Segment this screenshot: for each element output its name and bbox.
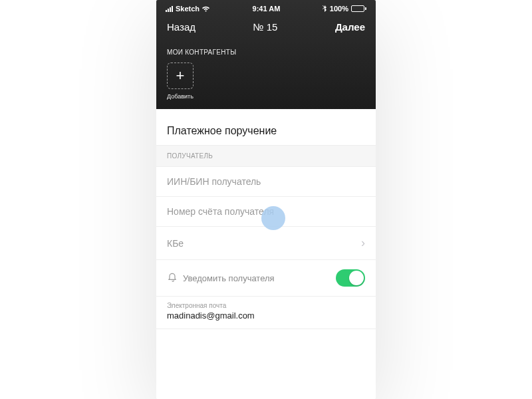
account-placeholder: Номер счёта получателя [167, 206, 274, 217]
status-bar: Sketch 9:41 AM 100% [156, 0, 376, 15]
email-value: madinadis@gmail.com [167, 311, 365, 321]
wifi-icon [202, 5, 211, 12]
email-label: Электронная почта [167, 302, 365, 309]
battery-pct: 100% [330, 5, 348, 13]
battery-icon [351, 5, 366, 12]
phone-screen: Sketch 9:41 AM 100% Назад № 15 [156, 0, 376, 399]
kbe-label: КБе [167, 238, 184, 249]
iin-bin-placeholder: ИИН/БИН получатель [167, 176, 261, 187]
form-title: Платежное поручение [156, 117, 376, 146]
bluetooth-icon [322, 4, 327, 13]
dark-header: Sketch 9:41 AM 100% Назад № 15 [156, 0, 376, 109]
add-contact-button[interactable]: + Добавить [167, 63, 194, 100]
add-label: Добавить [167, 93, 194, 100]
recipient-group-label: ПОЛУЧАТЕЛЬ [156, 146, 376, 167]
bell-icon [167, 273, 178, 283]
signal-icon [166, 6, 173, 12]
plus-icon: + [176, 67, 185, 84]
carrier-label: Sketch [176, 5, 200, 13]
chevron-right-icon: › [361, 236, 365, 250]
nav-bar: Назад № 15 Далее [156, 15, 376, 37]
account-field[interactable]: Номер счёта получателя [156, 197, 376, 227]
notify-row: Уведомить получателя [156, 260, 376, 297]
email-field[interactable]: Электронная почта madinadis@gmail.com [156, 297, 376, 329]
iin-bin-field[interactable]: ИИН/БИН получатель [156, 167, 376, 197]
contacts-section-label: МОИ КОНТРАГЕНТЫ [156, 37, 376, 63]
next-button[interactable]: Далее [335, 21, 365, 33]
page-title: № 15 [253, 21, 277, 33]
notify-label: Уведомить получателя [183, 273, 275, 283]
notify-toggle[interactable] [336, 269, 365, 287]
spacer [156, 109, 376, 117]
back-button[interactable]: Назад [167, 21, 196, 33]
kbe-field[interactable]: КБе › [156, 227, 376, 260]
status-time: 9:41 AM [253, 5, 281, 13]
